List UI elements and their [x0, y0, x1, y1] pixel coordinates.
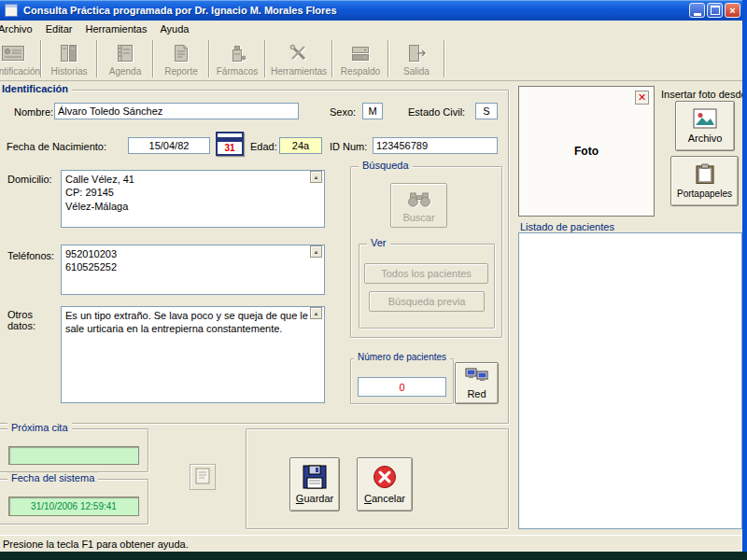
- cancelar-button-label: Cancelar: [364, 493, 405, 504]
- nombre-label: Nombre:: [14, 106, 53, 118]
- telefonos-textarea[interactable]: 952010203 610525252: [61, 245, 325, 295]
- maximize-button[interactable]: [707, 3, 723, 18]
- domicilio-label: Domicilio:: [7, 174, 52, 185]
- app-window: Consulta Práctica programada por Dr. Ign…: [0, 0, 747, 552]
- estado-civil-label: Estado Civil:: [408, 106, 465, 118]
- toolbar: Identificación Historias Agenda Reporte: [0, 37, 747, 81]
- toolbar-agenda[interactable]: Agenda: [98, 38, 152, 79]
- minimize-icon: [694, 13, 701, 16]
- fecha-nacimiento-label: Fecha de Nacimiento:: [7, 141, 106, 152]
- photo-file-icon: [693, 108, 717, 131]
- clipboard-icon: [696, 163, 714, 187]
- menu-archivo[interactable]: Archivo: [0, 21, 39, 36]
- archivo-button[interactable]: Archivo: [675, 101, 735, 151]
- nombre-input[interactable]: [54, 103, 299, 119]
- drugs-icon: [227, 42, 247, 64]
- toolbar-salida-label: Salida: [403, 66, 430, 77]
- insertar-foto-label: Insertar foto desde: [661, 89, 747, 100]
- toolbar-separator: [444, 40, 445, 77]
- otros-datos-textarea[interactable]: Es un tipo extraño. Se lava poco y se qu…: [61, 306, 325, 403]
- portapapeles-button[interactable]: Portapapeles: [670, 156, 739, 206]
- id-card-icon: [1, 42, 25, 64]
- toolbar-agenda-label: Agenda: [109, 66, 141, 77]
- floppy-disk-icon: [303, 465, 327, 491]
- toolbar-farmacos[interactable]: Fármacos: [210, 38, 264, 79]
- ver-group: Ver: [359, 244, 495, 329]
- sexo-input[interactable]: [362, 103, 383, 119]
- toolbar-farmacos-label: Fármacos: [217, 66, 258, 77]
- otros-datos-scroll-button[interactable]: ▲: [310, 307, 322, 319]
- fecha-sistema-group-label: Fecha del sistema: [7, 472, 98, 483]
- identification-group-label: Identificación: [0, 83, 72, 94]
- todos-los-pacientes-button[interactable]: Todos los pacientes: [364, 263, 488, 284]
- report-icon: [172, 42, 190, 64]
- toolbar-herramientas-label: Herramientas: [271, 66, 327, 77]
- scroll-up-icon: ▲: [314, 175, 319, 180]
- todos-los-pacientes-label: Todos los pacientes: [381, 268, 472, 279]
- busqueda-previa-label: Búsqueda previa: [388, 296, 466, 307]
- exit-icon: [405, 42, 428, 64]
- menu-editar[interactable]: Editar: [39, 21, 79, 36]
- otros-datos-label: Otros datos:: [7, 309, 49, 331]
- telefonos-scroll-button[interactable]: ▲: [310, 245, 322, 258]
- minimize-button[interactable]: [689, 3, 705, 18]
- buscar-button[interactable]: Buscar: [390, 183, 447, 228]
- scroll-up-icon: ▲: [314, 249, 319, 255]
- window-title: Consulta Práctica programada por Dr. Ign…: [23, 0, 337, 21]
- toolbar-reporte[interactable]: Reporte: [154, 38, 208, 79]
- window-border: [742, 0, 747, 552]
- cancel-icon: [373, 465, 397, 491]
- toolbar-respaldo[interactable]: Respaldo: [333, 38, 388, 79]
- estado-civil-input[interactable]: [475, 103, 498, 119]
- books-icon: [58, 42, 80, 64]
- toolbar-respaldo-label: Respaldo: [341, 66, 380, 77]
- menu-bar: Archivo Editar Herramientas Ayuda: [0, 21, 747, 37]
- edad-input[interactable]: [279, 137, 322, 154]
- calendar-button[interactable]: 31: [216, 132, 244, 156]
- toolbar-identificacion[interactable]: Identificación: [0, 38, 40, 79]
- status-text: Presione la tecla F1 para obtener ayuda.: [3, 539, 189, 550]
- menu-ayuda[interactable]: Ayuda: [153, 21, 195, 36]
- portapapeles-button-label: Portapapeles: [677, 189, 732, 199]
- listado-pacientes-listbox[interactable]: [518, 232, 742, 529]
- proxima-cita-field[interactable]: [8, 446, 139, 465]
- status-bar: Presione la tecla F1 para obtener ayuda.: [0, 535, 747, 552]
- domicilio-scroll-button[interactable]: ▲: [310, 171, 322, 183]
- toolbar-salida[interactable]: Salida: [389, 38, 444, 79]
- sexo-label: Sexo:: [330, 106, 356, 118]
- id-num-label: ID Num:: [330, 141, 367, 152]
- maximize-icon: [711, 6, 720, 15]
- archivo-button-label: Archivo: [688, 133, 723, 144]
- title-bar[interactable]: Consulta Práctica programada por Dr. Ign…: [0, 0, 747, 21]
- fecha-sistema-field: 31/10/2006 12:59:41: [8, 497, 139, 516]
- numero-pacientes-group-label: Número de pacientes: [354, 352, 450, 362]
- foto-placeholder: Foto: [574, 145, 599, 158]
- close-button[interactable]: ×: [725, 3, 740, 18]
- patient-count-value: 0: [399, 382, 404, 393]
- buscar-button-label: Buscar: [402, 212, 434, 223]
- red-button[interactable]: Red: [455, 362, 499, 404]
- cancelar-button[interactable]: Cancelar: [357, 457, 413, 511]
- fecha-sistema-value: 31/10/2006 12:59:41: [31, 501, 117, 511]
- foto-close-button[interactable]: ✕: [635, 91, 649, 105]
- app-icon: [5, 4, 18, 17]
- toolbar-historias-label: Historias: [51, 66, 88, 77]
- fecha-nacimiento-input[interactable]: [128, 137, 210, 154]
- domicilio-textarea[interactable]: Calle Vélez, 41 CP: 29145 Vélez-Málaga: [61, 170, 325, 228]
- backup-icon: [349, 42, 372, 64]
- menu-herramientas[interactable]: Herramientas: [78, 21, 153, 36]
- ver-group-label: Ver: [367, 237, 390, 248]
- calendar-icon-number: 31: [224, 142, 234, 154]
- toolbar-historias[interactable]: Historias: [42, 38, 96, 79]
- close-icon: ×: [729, 6, 735, 16]
- red-button-label: Red: [467, 388, 486, 399]
- network-icon: [465, 368, 489, 386]
- toolbar-identificacion-label: Identificación: [0, 66, 40, 77]
- proxima-cita-group-label: Próxima cita: [7, 422, 72, 433]
- guardar-button[interactable]: Guardar: [289, 457, 340, 511]
- toolbar-herramientas[interactable]: Herramientas: [266, 38, 331, 79]
- binoculars-icon: [406, 188, 432, 210]
- id-num-input[interactable]: [373, 137, 498, 154]
- busqueda-previa-button[interactable]: Búsqueda previa: [369, 291, 485, 312]
- notes-button[interactable]: [190, 464, 216, 490]
